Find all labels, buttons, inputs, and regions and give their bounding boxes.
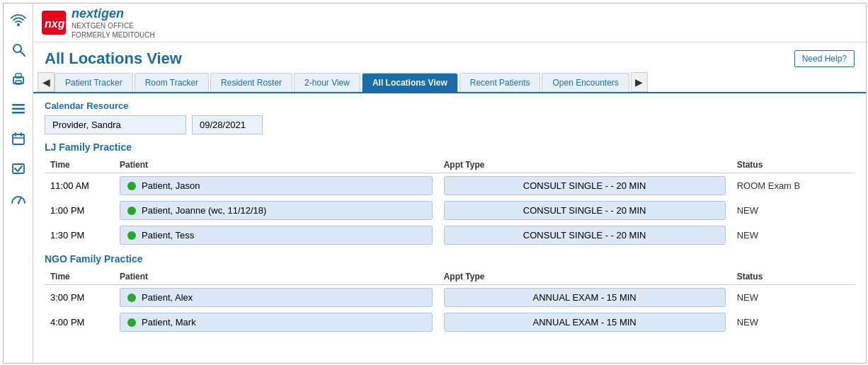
tabs-row: ◀ Patient Tracker Room Tracker Resident … [33, 72, 866, 93]
svg-rect-9 [13, 134, 24, 144]
svg-rect-6 [12, 104, 25, 106]
patient-name: Patient, Jason [142, 180, 200, 191]
status-value: NEW [737, 292, 758, 303]
calendar-resource-row [45, 115, 855, 134]
appt-cell[interactable]: CONSULT SINGLE - - 20 MIN [438, 173, 731, 199]
status-dot [127, 207, 136, 215]
status-value: NEW [737, 230, 758, 241]
practice-lj-title: LJ Family Practice [45, 141, 855, 153]
list-icon[interactable] [8, 98, 29, 120]
table-row[interactable]: 3:00 PM Patient, Alex ANNUAL EXAM - 15 M… [45, 285, 855, 311]
wifi-icon[interactable] [8, 9, 29, 30]
table-row[interactable]: 1:00 PM Patient, Joanne (wc, 11/12/18) C… [45, 198, 855, 223]
lj-appointments-table: Time Patient Appt Type Status 11:00 AM P… [45, 157, 855, 248]
tab-open-encounters[interactable]: Open Encounters [542, 73, 629, 92]
status-value: ROOM Exam B [737, 180, 801, 191]
provider-input[interactable] [45, 115, 186, 134]
sidebar [4, 4, 33, 364]
time-cell: 3:00 PM [45, 285, 114, 311]
main-content: All Locations View Need Help? ◀ Patient … [33, 42, 866, 363]
appt-type: CONSULT SINGLE - - 20 MIN [444, 176, 726, 195]
search-icon[interactable] [8, 39, 29, 60]
table-row[interactable]: 11:00 AM Patient, Jason CONSULT SINGLE -… [45, 173, 855, 199]
tab-next-button[interactable]: ▶ [631, 72, 648, 92]
status-dot [127, 231, 136, 240]
need-help-button[interactable]: Need Help? [794, 50, 855, 67]
status-cell: NEW [731, 198, 855, 223]
date-input[interactable] [192, 115, 263, 134]
svg-rect-8 [12, 112, 25, 114]
svg-line-2 [21, 52, 25, 56]
status-dot [127, 318, 136, 327]
ngo-col-patient: Patient [114, 269, 438, 285]
calendar-resource-section: Calendar Resource LJ Family Practice Tim… [33, 93, 866, 344]
ngo-appointments-table: Time Patient Appt Type Status 3:00 PM Pa… [45, 269, 855, 335]
patient-name: Patient, Joanne (wc, 11/12/18) [142, 205, 266, 216]
patient-name: Patient, Tess [142, 230, 194, 241]
appt-cell[interactable]: CONSULT SINGLE - - 20 MIN [438, 198, 731, 223]
patient-cell[interactable]: Patient, Mark [114, 310, 438, 335]
tab-resident-roster[interactable]: Resident Roster [210, 73, 292, 92]
logo-subtitle: NEXTGEN OFFICE FORMERLY MEDITOUCH [72, 21, 155, 40]
check-icon[interactable] [8, 158, 29, 179]
patient-cell[interactable]: Patient, Alex [114, 285, 438, 311]
time-cell: 11:00 AM [45, 173, 114, 199]
status-cell: NEW [731, 285, 855, 311]
logo-area: nxg nextigen NEXTGEN OFFICE FORMERLY MED… [42, 6, 155, 40]
status-value: NEW [737, 205, 758, 216]
appt-type: CONSULT SINGLE - - 20 MIN [444, 201, 726, 220]
tab-patient-tracker[interactable]: Patient Tracker [55, 73, 133, 92]
status-cell: ROOM Exam B [731, 173, 855, 199]
patient-cell[interactable]: Patient, Jason [114, 173, 438, 199]
print-icon[interactable] [8, 69, 29, 90]
status-value: NEW [737, 317, 758, 328]
ngo-col-time: Time [45, 269, 114, 285]
lj-col-time: Time [45, 157, 114, 173]
svg-point-0 [17, 23, 20, 26]
calendar-resource-label: Calendar Resource [45, 100, 855, 111]
table-row[interactable]: 4:00 PM Patient, Mark ANNUAL EXAM - 15 M… [45, 310, 855, 335]
tab-2hour-view[interactable]: 2-hour View [294, 73, 360, 92]
patient-name: Patient, Mark [142, 317, 196, 328]
appt-type: ANNUAL EXAM - 15 MIN [444, 313, 726, 332]
time-cell: 1:00 PM [45, 198, 114, 223]
appt-cell[interactable]: CONSULT SINGLE - - 20 MIN [438, 223, 731, 248]
status-dot [127, 294, 136, 302]
tab-prev-button[interactable]: ◀ [38, 72, 55, 92]
lj-col-status: Status [731, 157, 855, 173]
calendar-icon[interactable] [8, 128, 29, 149]
status-dot [127, 182, 136, 190]
tab-all-locations[interactable]: All Locations View [362, 73, 458, 92]
time-cell: 1:30 PM [45, 223, 114, 248]
svg-point-15 [17, 202, 19, 204]
appt-type: ANNUAL EXAM - 15 MIN [444, 288, 726, 307]
patient-name: Patient, Alex [142, 292, 193, 303]
logo-name: nextigen [72, 6, 155, 21]
page-title-row: All Locations View Need Help? [33, 42, 866, 72]
status-cell: NEW [731, 223, 855, 248]
time-cell: 4:00 PM [45, 310, 114, 335]
ngo-col-appt: Appt Type [438, 269, 731, 285]
lj-col-patient: Patient [114, 157, 438, 173]
appt-cell[interactable]: ANNUAL EXAM - 15 MIN [438, 285, 731, 311]
app-header: nxg nextigen NEXTGEN OFFICE FORMERLY MED… [33, 4, 866, 42]
patient-cell[interactable]: Patient, Tess [114, 223, 438, 248]
table-row[interactable]: 1:30 PM Patient, Tess CONSULT SINGLE - -… [45, 223, 855, 248]
tab-recent-patients[interactable]: Recent Patients [459, 73, 541, 92]
gauge-icon[interactable] [8, 187, 29, 209]
svg-rect-5 [16, 81, 21, 84]
tab-room-tracker[interactable]: Room Tracker [135, 73, 209, 92]
ngo-col-status: Status [731, 269, 855, 285]
svg-text:nxg: nxg [45, 18, 65, 30]
svg-rect-7 [12, 108, 25, 110]
patient-cell[interactable]: Patient, Joanne (wc, 11/12/18) [114, 198, 438, 223]
appt-cell[interactable]: ANNUAL EXAM - 15 MIN [438, 310, 731, 335]
appt-type: CONSULT SINGLE - - 20 MIN [444, 226, 726, 245]
lj-col-appt: Appt Type [438, 157, 731, 173]
page-title: All Locations View [45, 50, 182, 68]
practice-ngo-title: NGO Family Practice [45, 253, 855, 265]
status-cell: NEW [731, 310, 855, 335]
logo-icon: nxg [42, 11, 66, 35]
